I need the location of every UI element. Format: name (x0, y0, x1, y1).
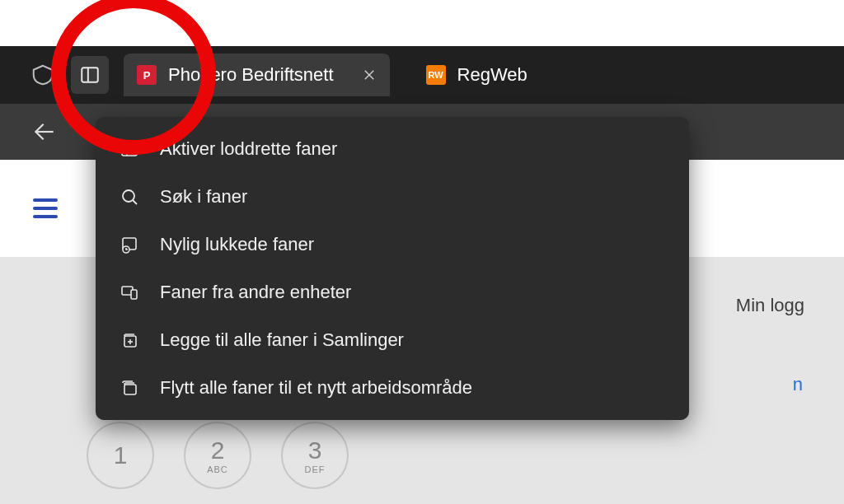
favicon-regweb: RW (426, 65, 446, 85)
menu-item-other-devices[interactable]: Faner fra andre enheter (96, 268, 689, 316)
menu-item-add-to-collections[interactable]: Legge til alle faner i Samlinger (96, 316, 689, 364)
link-fragment: n (793, 374, 803, 395)
tab-phonero[interactable]: P Phonero Bedriftsnett (124, 54, 390, 96)
tabstrip-left: P Phonero Bedriftsnett RW RegWeb (0, 54, 541, 96)
menu-item-label: Nylig lukkede faner (160, 234, 314, 255)
menu-item-label: Legge til alle faner i Samlinger (160, 329, 404, 351)
key-2[interactable]: 2ABC (184, 422, 251, 489)
menu-item-vertical-tabs[interactable]: Aktiver loddrette faner (96, 125, 689, 173)
svg-point-7 (123, 190, 134, 202)
tab-actions-menu: Aktiver loddrette faner Søk i faner Nyli… (96, 117, 689, 420)
svg-rect-12 (131, 290, 137, 299)
panel-icon (117, 137, 142, 161)
svg-line-8 (133, 200, 137, 204)
browser-tabstrip: P Phonero Bedriftsnett RW RegWeb (0, 46, 844, 104)
collections-add-icon (117, 328, 142, 352)
key-1[interactable]: 1 (87, 422, 154, 489)
history-icon (117, 232, 142, 257)
hamburger-icon[interactable] (33, 198, 58, 218)
tab-title: RegWeb (457, 64, 528, 86)
min-logg-label[interactable]: Min logg (736, 295, 804, 316)
svg-rect-16 (124, 385, 136, 394)
menu-item-move-to-workspace[interactable]: Flytt alle faner til et nytt arbeidsområ… (96, 364, 689, 412)
tab-actions-button[interactable] (71, 56, 109, 94)
workspace-move-icon (117, 376, 142, 400)
menu-item-label: Flytt alle faner til et nytt arbeidsområ… (160, 377, 472, 399)
close-icon[interactable] (362, 68, 377, 82)
dialer-keypad: 1 2ABC 3DEF (87, 422, 349, 489)
menu-item-label: Søk i faner (160, 186, 247, 208)
workspace-icon[interactable] (30, 62, 56, 88)
svg-rect-0 (82, 68, 98, 82)
tab-title: Phonero Bedriftsnett (168, 64, 334, 86)
tab-regweb[interactable]: RW RegWeb (413, 54, 541, 96)
key-3[interactable]: 3DEF (281, 422, 349, 489)
menu-item-label: Faner fra andre enheter (160, 282, 351, 303)
menu-item-recently-closed[interactable]: Nylig lukkede faner (96, 221, 689, 268)
menu-item-label: Aktiver loddrette faner (160, 138, 337, 160)
favicon-phonero: P (137, 65, 157, 85)
menu-item-search-tabs[interactable]: Søk i faner (96, 173, 689, 221)
search-icon (117, 184, 142, 209)
back-button[interactable] (31, 119, 58, 145)
devices-icon (117, 280, 142, 305)
